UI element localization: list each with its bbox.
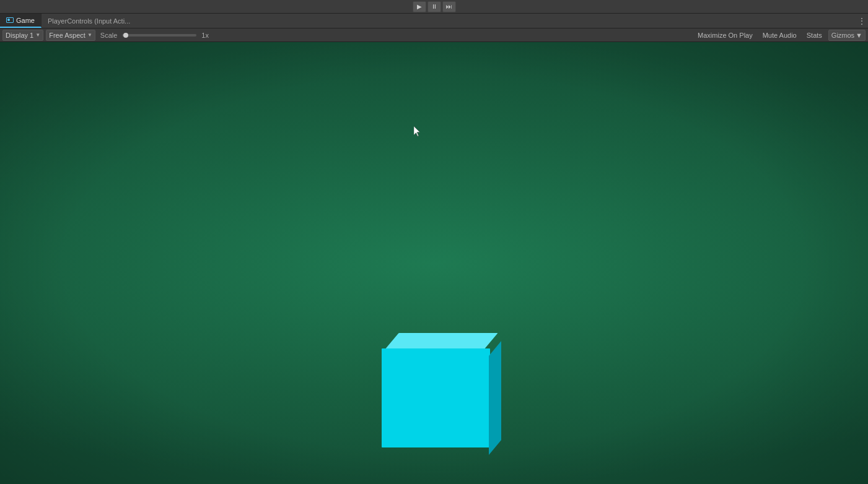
tab-more-button[interactable]: ⋮ <box>856 14 868 28</box>
scale-value: 1x <box>201 32 209 39</box>
scale-label: Scale <box>100 32 118 39</box>
aspect-select[interactable]: Free Aspect ▼ <box>46 30 95 41</box>
options-bar: Display 1 ▼ Free Aspect ▼ Scale 1x Maxim… <box>0 28 868 42</box>
scale-slider[interactable] <box>122 34 196 37</box>
pause-button[interactable]: ⏸ <box>427 1 441 12</box>
game-icon <box>6 17 14 23</box>
play-controls-bar: ▶ ⏸ ⏭ <box>0 0 868 14</box>
tab-game[interactable]: Game <box>0 14 42 28</box>
3d-cube <box>382 333 490 447</box>
mute-audio-button[interactable]: Mute Audio <box>759 30 800 41</box>
cube-right-face <box>489 341 501 455</box>
gizmos-button[interactable]: Gizmos ▼ <box>828 30 866 41</box>
game-viewport[interactable] <box>0 42 868 484</box>
tab-script[interactable]: PlayerControls (Input Acti... <box>42 14 136 28</box>
cube-front-face <box>382 348 490 447</box>
tab-game-label: Game <box>16 17 35 24</box>
tab-bar: Game PlayerControls (Input Acti... ⋮ <box>0 14 868 28</box>
maximize-on-play-button[interactable]: Maximize On Play <box>694 30 756 41</box>
display-select[interactable]: Display 1 ▼ <box>2 30 43 41</box>
play-button[interactable]: ▶ <box>413 1 426 12</box>
scale-slider-thumb <box>123 33 128 38</box>
stats-button[interactable]: Stats <box>803 30 826 41</box>
step-button[interactable]: ⏭ <box>442 1 456 12</box>
